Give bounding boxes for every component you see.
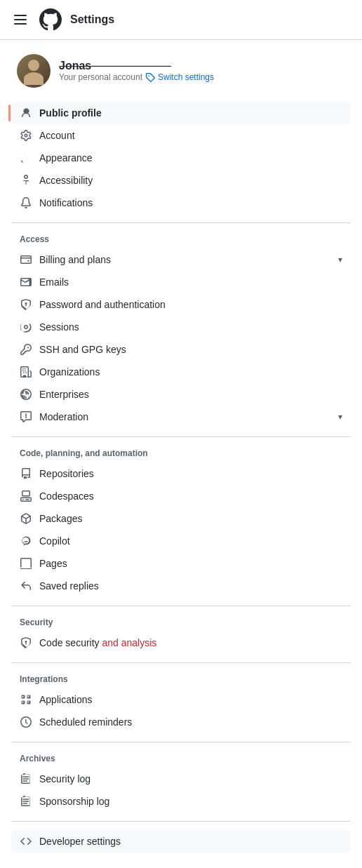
- nav-label-organizations: Organizations: [39, 366, 342, 378]
- nav-label-pages: Pages: [39, 558, 342, 569]
- person-icon: [20, 107, 32, 119]
- nav-item-billing[interactable]: Billing and plans ▾: [11, 248, 351, 271]
- nav-item-moderation[interactable]: Moderation ▾: [11, 406, 351, 428]
- chevron-down-icon-2: ▾: [338, 412, 342, 422]
- username: Jonas──────────: [59, 60, 214, 72]
- divider-code-planning: [11, 436, 351, 437]
- nav-label-public-profile: Public profile: [39, 107, 342, 119]
- code-icon: [20, 835, 32, 848]
- nav-item-applications[interactable]: Applications: [11, 688, 351, 711]
- nav-label-moderation: Moderation: [39, 411, 331, 422]
- account-type-link: Your personal account Switch settings: [59, 72, 214, 82]
- header: Settings: [0, 0, 362, 40]
- package-icon: [20, 512, 32, 525]
- chevron-down-icon: ▾: [338, 255, 342, 265]
- nav-item-copilot[interactable]: Copilot: [11, 530, 351, 552]
- sponsorship-log-icon: [20, 795, 32, 808]
- nav-item-sessions[interactable]: Sessions: [11, 316, 351, 338]
- shield-lock-icon: [20, 298, 32, 311]
- accessibility-icon: [20, 174, 32, 187]
- reply-icon: [20, 580, 32, 592]
- code-planning-nav-section: Code, planning, and automation Repositor…: [11, 446, 351, 597]
- integrations-nav-section: Integrations Applications Scheduled remi…: [11, 672, 351, 733]
- globe-icon: [20, 388, 32, 401]
- nav-label-emails: Emails: [39, 276, 342, 288]
- nav-item-codespaces[interactable]: Codespaces: [11, 485, 351, 507]
- nav-item-account[interactable]: Account: [11, 124, 351, 147]
- nav-item-sponsorship-log[interactable]: Sponsorship log: [11, 790, 351, 813]
- access-nav-section: Access Billing and plans ▾ Emails Passwo…: [11, 232, 351, 428]
- nav-label-sponsorship-log: Sponsorship log: [39, 796, 342, 807]
- nav-label-sessions: Sessions: [39, 321, 342, 333]
- nav-item-developer-settings[interactable]: Developer settings: [11, 830, 351, 853]
- nav-label-saved-replies: Saved replies: [39, 580, 342, 592]
- switch-settings-link[interactable]: Switch settings: [158, 72, 214, 82]
- report-icon: [20, 410, 32, 423]
- nav-label-scheduled-reminders: Scheduled reminders: [39, 716, 342, 728]
- key-icon: [20, 343, 32, 356]
- nav-item-ssh-keys[interactable]: SSH and GPG keys: [11, 338, 351, 361]
- nav-label-account: Account: [39, 130, 342, 141]
- nav-item-notifications[interactable]: Notifications: [11, 192, 351, 214]
- nav-label-repositories: Repositories: [39, 468, 342, 479]
- divider-archives: [11, 742, 351, 742]
- archives-nav-section: Archives Security log Sponsorship log: [11, 751, 351, 813]
- nav-label-code-security: Code security and analysis: [39, 637, 342, 648]
- nav-label-packages: Packages: [39, 513, 342, 524]
- nav-item-organizations[interactable]: Organizations: [11, 361, 351, 383]
- broadcast-icon: [20, 321, 32, 333]
- github-logo-icon: [39, 8, 62, 31]
- nav-label-enterprises: Enterprises: [39, 389, 342, 400]
- nav-label-copilot: Copilot: [39, 535, 342, 547]
- developer-nav-section: Developer settings: [11, 830, 351, 853]
- avatar: [17, 54, 51, 88]
- credit-card-icon: [20, 253, 32, 266]
- clock-icon: [20, 716, 32, 728]
- code-planning-section-title: Code, planning, and automation: [11, 446, 351, 462]
- user-profile-section: Jonas────────── Your personal account Sw…: [11, 54, 351, 88]
- integrations-section-title: Integrations: [11, 672, 351, 688]
- nav-item-accessibility[interactable]: Accessibility: [11, 169, 351, 192]
- nav-label-ssh-keys: SSH and GPG keys: [39, 344, 342, 355]
- page-title: Settings: [70, 13, 114, 26]
- nav-item-security-log[interactable]: Security log: [11, 768, 351, 790]
- access-section-title: Access: [11, 232, 351, 248]
- nav-item-saved-replies[interactable]: Saved replies: [11, 575, 351, 597]
- gear-icon: [20, 129, 32, 142]
- nav-label-developer-settings: Developer settings: [39, 836, 342, 847]
- archives-section-title: Archives: [11, 751, 351, 768]
- nav-item-public-profile[interactable]: Public profile: [11, 102, 351, 124]
- nav-item-enterprises[interactable]: Enterprises: [11, 383, 351, 406]
- building-icon: [20, 366, 32, 378]
- nav-item-pages[interactable]: Pages: [11, 552, 351, 575]
- nav-item-emails[interactable]: Emails: [11, 271, 351, 293]
- security-nav-section: Security Code security and analysis: [11, 615, 351, 654]
- nav-item-code-security[interactable]: Code security and analysis: [11, 632, 351, 654]
- hamburger-menu[interactable]: [11, 10, 31, 29]
- shield-icon-2: [20, 636, 32, 649]
- repo-icon: [20, 467, 32, 480]
- switch-icon: [145, 72, 155, 82]
- nav-item-scheduled-reminders[interactable]: Scheduled reminders: [11, 711, 351, 733]
- nav-item-packages[interactable]: Packages: [11, 507, 351, 530]
- bell-icon: [20, 196, 32, 209]
- nav-label-codespaces: Codespaces: [39, 490, 342, 502]
- security-log-icon: [20, 773, 32, 785]
- code-security-highlight: and analysis: [102, 637, 156, 648]
- nav-label-applications: Applications: [39, 694, 342, 705]
- divider-developer: [11, 821, 351, 822]
- security-section-title: Security: [11, 615, 351, 632]
- main-content: Jonas────────── Your personal account Sw…: [0, 40, 362, 868]
- nav-item-password[interactable]: Password and authentication: [11, 293, 351, 316]
- nav-label-password: Password and authentication: [39, 299, 342, 310]
- divider-integrations: [11, 662, 351, 663]
- nav-item-repositories[interactable]: Repositories: [11, 462, 351, 485]
- apps-icon: [20, 693, 32, 706]
- nav-label-security-log: Security log: [39, 773, 342, 784]
- user-info: Jonas────────── Your personal account Sw…: [59, 60, 214, 82]
- divider-access: [11, 222, 351, 223]
- nav-item-appearance[interactable]: Appearance: [11, 147, 351, 169]
- account-type-text: Your personal account: [59, 72, 142, 82]
- nav-label-billing: Billing and plans: [39, 254, 331, 265]
- divider-security: [11, 606, 351, 606]
